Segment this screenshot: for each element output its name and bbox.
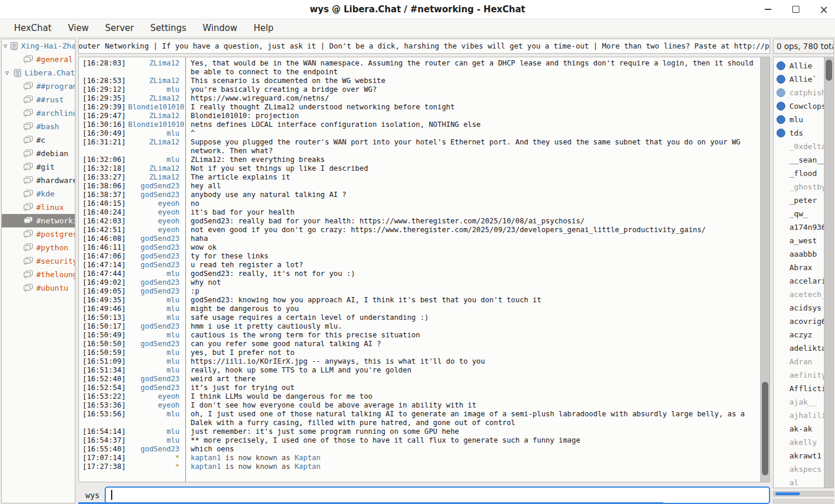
user-list-item[interactable]: _0xdelta (774, 140, 824, 153)
tree-channel--archlinux[interactable]: #archlinux (2, 106, 75, 120)
message-text: u read teh register a lot? (185, 261, 758, 270)
tree-channel--ubuntu[interactable]: #ubuntu (2, 281, 75, 295)
menu-window[interactable]: Window (195, 22, 246, 34)
user-list-item[interactable]: adeliktas (774, 341, 824, 355)
chat-scrollbar[interactable] (760, 57, 770, 482)
user-list-item[interactable]: __sean__ (774, 153, 824, 167)
user-list-item[interactable]: al (774, 476, 824, 488)
tree-channel--debian[interactable]: #debian (2, 147, 75, 160)
userlist-hscrollbar[interactable] (773, 491, 834, 496)
message-text: This scenario is documented on the WG we… (185, 77, 758, 85)
user-list-item[interactable]: ajak__ (774, 395, 824, 409)
user-list-item[interactable]: aefinity (774, 368, 824, 382)
user-list-item[interactable]: Abrax (774, 261, 824, 274)
user-list-item[interactable]: acovrig60 (774, 315, 824, 328)
menu-hexchat[interactable]: HexChat (6, 22, 60, 34)
userlist-scrollbar-thumb[interactable] (826, 60, 832, 81)
message-text: godSend23: really, it's not for you :) (185, 270, 758, 278)
timestamp: [16:32:18] (82, 164, 128, 173)
user-list-item[interactable]: ak-ak (774, 422, 824, 436)
tree-channel--programming[interactable]: ##programming (2, 80, 75, 93)
user-nick: _peter (789, 196, 817, 205)
chat-scrollbar-thumb[interactable] (762, 382, 768, 475)
user-list-item[interactable]: mlu (774, 113, 824, 126)
chat-event-line: [17:27:38]*kaptan1 is now known as Kapta… (82, 462, 758, 471)
event-nick: Kaptan (295, 454, 320, 462)
message-nick: ZLima12 (128, 59, 185, 77)
tree-item-label: #debian (36, 149, 68, 158)
user-list-item[interactable]: acidsys (774, 301, 824, 315)
tree-channel--thelounge[interactable]: #thelounge (2, 268, 75, 281)
user-list-item[interactable]: akelly (774, 436, 824, 449)
user-list-item[interactable]: _qw_ (774, 207, 824, 220)
tree-channel--security[interactable]: #security (2, 254, 75, 268)
user-list-item[interactable]: Cowclops` (774, 99, 824, 113)
tree-channel--hardware[interactable]: #hardware (2, 174, 75, 187)
user-list-item[interactable]: akspecs (774, 462, 824, 476)
tree-server-libera-chat[interactable]: ▽Libera.Chat (2, 66, 75, 80)
message-nick: mlu (128, 85, 185, 94)
tree-channel--git[interactable]: #git (2, 160, 75, 174)
timestamp: [16:30:49] (82, 129, 128, 138)
message-nick: ZLima12 (128, 138, 185, 156)
tree-server-xing-hai-zhan[interactable]: ▽Xing-Hai-Zhan (2, 39, 75, 53)
topic-bar[interactable]: outer Networking | If you have a questio… (78, 39, 770, 54)
expander-icon[interactable]: ▽ (4, 70, 11, 76)
menu-help[interactable]: Help (246, 22, 282, 34)
message-text: kaptan1 is now known as Kaptan (185, 454, 758, 462)
user-nick: _qw_ (789, 209, 808, 218)
userlist-scrollbar[interactable] (824, 57, 833, 488)
user-list-item[interactable]: acetech_ (774, 288, 824, 301)
close-button[interactable]: × (817, 3, 830, 16)
user-list-item[interactable]: Adran (774, 355, 824, 368)
tree-channel--bash[interactable]: #bash (2, 120, 75, 133)
user-list-item[interactable]: akrawt1 (774, 449, 824, 462)
user-list-item[interactable]: a_west (774, 234, 824, 247)
user-list-item[interactable]: accelario (774, 274, 824, 288)
menu-view[interactable]: View (60, 22, 97, 34)
user-list-item[interactable]: _ghostbyt (774, 180, 824, 194)
timestamp: [16:32:06] (82, 156, 128, 164)
tree-channel--general[interactable]: #general (2, 53, 75, 66)
tree-channel--linux[interactable]: #linux (2, 201, 75, 214)
tree-channel--rust[interactable]: ##rust (2, 93, 75, 106)
timestamp: [16:50:49] (82, 331, 128, 340)
userlist-hscrollbar-track2[interactable] (773, 499, 834, 503)
user-nick: a_west (789, 236, 817, 245)
tree-channel--python[interactable]: #python (2, 241, 75, 254)
user-list-item[interactable]: Allie` (774, 73, 824, 86)
message-input[interactable] (105, 486, 770, 504)
user-list-item[interactable]: aczyz (774, 328, 824, 341)
chat-message-line: [16:31:21]ZLima12Suppose you plugged the… (82, 138, 758, 156)
channel-icon (23, 230, 33, 239)
chat-message-line: [16:49:35]mlugodSend23: knowing how you … (82, 296, 758, 305)
message-nick: ZLima12 (128, 112, 185, 120)
user-list-item[interactable]: aaabbb (774, 247, 824, 261)
user-list-item[interactable]: Allie (774, 59, 824, 73)
message-nick: mlu (128, 348, 185, 357)
channel-icon (23, 270, 33, 279)
message-nick: mlu (128, 357, 185, 366)
user-list-item[interactable]: _peter (774, 194, 824, 207)
user-list-item[interactable]: a174n936 (774, 220, 824, 234)
menu-settings[interactable]: Settings (142, 22, 195, 34)
expander-icon[interactable]: ▽ (4, 43, 7, 49)
maximize-button[interactable] (789, 3, 802, 16)
message-nick: eyeoh (128, 226, 185, 234)
menu-server[interactable]: Server (97, 22, 142, 34)
tree-channel--networking[interactable]: #networking (2, 214, 75, 227)
timestamp: [16:33:27] (82, 173, 128, 182)
tree-channel--kde[interactable]: #kde (2, 187, 75, 201)
tree-channel--postgresql[interactable]: #postgresql (2, 227, 75, 241)
user-list-item[interactable]: Afflictio (774, 382, 824, 395)
userlist-hscrollbar-thumb[interactable] (775, 492, 800, 495)
message-nick: eyeoh (128, 401, 185, 410)
minimize-button[interactable] (761, 3, 774, 16)
user-list-item[interactable]: tds (774, 126, 824, 140)
user-list-item[interactable]: _flood (774, 167, 824, 180)
user-list-item[interactable]: ajhalili2 (774, 409, 824, 422)
user-list-item[interactable]: catphish (774, 86, 824, 99)
user-nick: aaabbb (789, 250, 817, 258)
event-star: * (128, 462, 185, 471)
tree-channel--c[interactable]: #c (2, 133, 75, 147)
